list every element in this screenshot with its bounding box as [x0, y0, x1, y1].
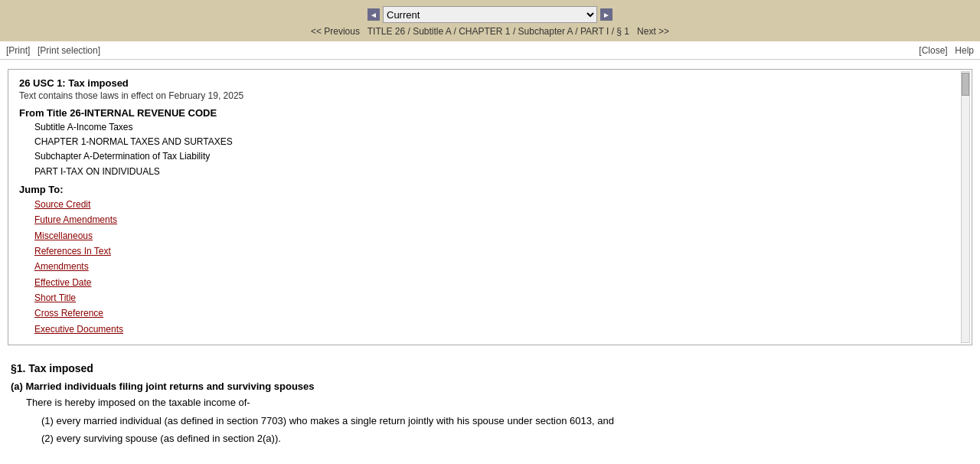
breadcrumb-subchaptera[interactable]: Subchapter A	[518, 26, 573, 37]
breadcrumb-section1[interactable]: § 1	[616, 26, 629, 37]
close-link[interactable]: [Close]	[919, 45, 947, 56]
jump-short-title[interactable]: Short Title	[34, 290, 961, 306]
info-box: 26 USC 1: Tax imposed Text contains thos…	[8, 69, 972, 345]
breadcrumb-chapter1[interactable]: CHAPTER 1	[459, 26, 510, 37]
subsection-a-item-2: (2) every surviving spouse (as defined i…	[41, 431, 969, 446]
next-arrow-button[interactable]: ►	[600, 8, 612, 21]
breadcrumb: << Previous TITLE 26 / Subtitle A / CHAP…	[0, 26, 980, 37]
print-link[interactable]: [Print]	[6, 45, 30, 56]
help-link[interactable]: Help	[955, 45, 974, 56]
breadcrumb-prev[interactable]: << Previous	[311, 26, 360, 37]
subsection-a-intro: There is hereby imposed on the taxable i…	[26, 395, 969, 410]
jump-source-credit[interactable]: Source Credit	[34, 197, 961, 212]
info-box-title: 26 USC 1: Tax imposed	[19, 77, 961, 89]
subsection-a-conclusion: a tax determined in accordance with the …	[26, 461, 969, 464]
subsection-a-item-1: (1) every married individual (as defined…	[41, 413, 969, 429]
jump-executive-documents[interactable]: Executive Documents	[34, 322, 961, 337]
hierarchy-item: PART I-TAX ON INDIVIDUALS	[34, 165, 961, 179]
main-content: §1. Tax imposed (a) Married individuals …	[0, 355, 980, 464]
hierarchy-item: Subtitle A-Income Taxes	[34, 120, 961, 135]
toolbar-right: [Close] Help	[914, 44, 974, 56]
subsection-a-heading: (a) Married individuals filing joint ret…	[11, 381, 969, 392]
toolbar: [Print] [Print selection] [Close] Help	[0, 41, 980, 60]
prev-arrow-button[interactable]: ◄	[368, 8, 380, 21]
section-heading: §1. Tax imposed	[11, 362, 969, 374]
breadcrumb-next[interactable]: Next >>	[637, 26, 669, 37]
breadcrumb-subtitlea[interactable]: Subtitle A	[413, 26, 451, 37]
scrollbar-thumb[interactable]	[962, 73, 969, 96]
top-navigation: ◄ Current ► << Previous TITLE 26 / Subti…	[0, 0, 980, 41]
scrollbar-track	[961, 71, 970, 343]
print-selection-link[interactable]: [Print selection]	[38, 45, 100, 56]
info-box-from-title: From Title 26-INTERNAL REVENUE CODE	[19, 107, 961, 119]
breadcrumb-part1[interactable]: PART I	[580, 26, 609, 37]
hierarchy-item: CHAPTER 1-NORMAL TAXES AND SURTAXES	[34, 135, 961, 149]
info-box-subtext: Text contains those laws in effect on Fe…	[19, 90, 961, 101]
jump-cross-reference[interactable]: Cross Reference	[34, 306, 961, 321]
jump-amendments[interactable]: Amendments	[34, 259, 961, 274]
version-select[interactable]: Current	[383, 6, 597, 23]
info-box-hierarchy: Subtitle A-Income Taxes CHAPTER 1-NORMAL…	[34, 120, 961, 179]
nav-controls: ◄ Current ►	[0, 6, 980, 23]
jump-miscellaneous[interactable]: Miscellaneous	[34, 228, 961, 243]
jump-future-amendments[interactable]: Future Amendments	[34, 212, 961, 227]
jump-to-label: Jump To:	[19, 184, 961, 195]
jump-links: Source Credit Future Amendments Miscella…	[34, 197, 961, 338]
breadcrumb-title26[interactable]: TITLE 26	[368, 26, 405, 37]
toolbar-left: [Print] [Print selection]	[6, 44, 105, 56]
hierarchy-item: Subchapter A-Determination of Tax Liabil…	[34, 149, 961, 164]
jump-references-in-text[interactable]: References In Text	[34, 243, 961, 259]
jump-effective-date[interactable]: Effective Date	[34, 275, 961, 290]
